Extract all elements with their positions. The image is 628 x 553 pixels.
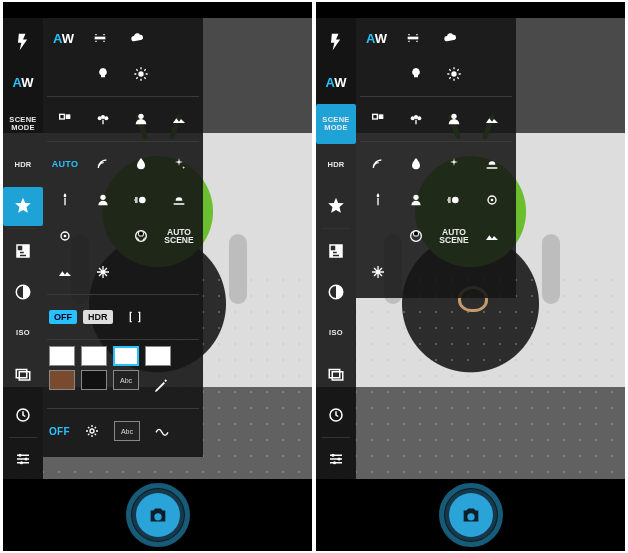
snowflake-icon	[95, 264, 111, 280]
scene-auto-scene[interactable]: AUTOSCENE	[438, 220, 470, 252]
svg-rect-10	[66, 114, 71, 119]
scene-arcs[interactable]	[362, 148, 394, 180]
scene-auto-scene[interactable]: AUTOSCENE	[163, 220, 195, 252]
swatch-4[interactable]	[145, 346, 171, 366]
scene-sunset[interactable]	[49, 256, 81, 288]
sun-icon	[446, 66, 462, 82]
wb-auto[interactable]: AW	[362, 22, 391, 54]
scene-snow[interactable]	[87, 256, 119, 288]
scene-motion[interactable]	[438, 184, 470, 216]
scene-grid: AUTOSCENE	[356, 144, 516, 292]
flash-toggle[interactable]	[316, 22, 356, 61]
hdr-button[interactable]: HDR	[3, 146, 43, 185]
focus-landscape[interactable]	[163, 103, 195, 135]
swatch-7[interactable]: Abc	[113, 370, 139, 390]
focus-burst[interactable]	[362, 103, 394, 135]
scene-candle[interactable]	[49, 184, 81, 216]
exposure-comp-button[interactable]	[316, 231, 356, 270]
swatch-3[interactable]	[113, 346, 139, 366]
focus-burst[interactable]	[49, 103, 81, 135]
scene-face[interactable]	[87, 184, 119, 216]
camera-viewport[interactable]: AW SCENEMODE HDR ISO	[316, 18, 625, 479]
scene-sparkle[interactable]	[438, 148, 470, 180]
scene-night[interactable]	[476, 184, 508, 216]
camera-viewport[interactable]: AW SCENEMODE HDR ISO	[3, 18, 312, 479]
wb-flash[interactable]	[84, 22, 116, 54]
loop-icon	[57, 228, 73, 244]
scene-night[interactable]	[49, 220, 81, 252]
moon-icon	[370, 228, 386, 244]
wb-cloudy[interactable]	[122, 22, 154, 54]
scene-candle[interactable]	[362, 184, 394, 216]
settings-panel: AW AUTO	[43, 18, 203, 457]
wb-incandescent[interactable]	[87, 58, 119, 90]
scene-sunrise[interactable]	[163, 184, 195, 216]
scene-snow[interactable]	[362, 256, 394, 288]
contrast-button[interactable]	[316, 272, 356, 311]
hdr-off[interactable]: OFF	[49, 310, 77, 324]
shutter-button[interactable]	[126, 483, 190, 547]
sunrise-icon	[171, 192, 187, 208]
favorite-button[interactable]	[316, 187, 356, 226]
focus-macro[interactable]	[87, 103, 119, 135]
sliders-button[interactable]	[3, 440, 43, 479]
scene-action[interactable]	[87, 148, 119, 180]
exposure-comp-button[interactable]	[3, 231, 43, 270]
scene-moon[interactable]	[362, 220, 394, 252]
iso-button[interactable]: ISO	[316, 313, 356, 352]
effect-abc[interactable]: Abc	[114, 421, 140, 441]
iso-button[interactable]: ISO	[3, 313, 43, 352]
effect-gear[interactable]	[76, 415, 108, 447]
focus-landscape[interactable]	[476, 103, 508, 135]
hdr-button[interactable]: HDR	[316, 146, 356, 185]
hdr-on[interactable]: HDR	[83, 310, 113, 324]
svg-point-37	[452, 197, 459, 204]
scene-droplet[interactable]	[125, 148, 157, 180]
sliders-button[interactable]	[316, 440, 356, 479]
motion-icon	[133, 192, 149, 208]
swatch-pencil[interactable]	[145, 370, 177, 402]
scene-droplet[interactable]	[400, 148, 432, 180]
wb-daylight[interactable]	[438, 58, 470, 90]
scene-mode-button[interactable]: SCENEMODE	[3, 104, 43, 143]
burst-icon	[370, 111, 386, 127]
scene-sports[interactable]	[125, 220, 157, 252]
svg-point-33	[411, 116, 415, 120]
scene-sports[interactable]	[400, 220, 432, 252]
swatch-5[interactable]	[49, 370, 75, 390]
scene-mode-button[interactable]: SCENEMODE	[316, 104, 356, 143]
scene-motion[interactable]	[125, 184, 157, 216]
scene-auto[interactable]: AUTO	[49, 148, 81, 180]
swatch-2[interactable]	[81, 346, 107, 366]
timer-button[interactable]	[316, 396, 356, 435]
shutter-button[interactable]	[439, 483, 503, 547]
focus-portrait[interactable]	[125, 103, 157, 135]
wb-incandescent[interactable]	[400, 58, 432, 90]
scene-sunset[interactable]	[476, 220, 508, 252]
contrast-button[interactable]	[3, 272, 43, 311]
flash-toggle[interactable]	[3, 22, 43, 61]
favorite-button[interactable]	[3, 187, 43, 226]
effects-off[interactable]: OFF	[49, 426, 70, 437]
timer-button[interactable]	[3, 396, 43, 435]
focus-portrait[interactable]	[438, 103, 470, 135]
wb-cloudy[interactable]	[435, 22, 467, 54]
swatch-6[interactable]	[81, 370, 107, 390]
face-icon	[408, 192, 424, 208]
effect-wave[interactable]	[146, 415, 178, 447]
wb-auto[interactable]: AW	[49, 22, 78, 54]
awb-button[interactable]: AW	[3, 63, 43, 102]
focus-macro[interactable]	[400, 103, 432, 135]
wb-daylight[interactable]	[125, 58, 157, 90]
hdr-bracket[interactable]	[119, 301, 151, 333]
scene-moon[interactable]	[87, 220, 119, 252]
bracketing-button[interactable]	[316, 354, 356, 393]
scene-sparkle[interactable]	[163, 148, 195, 180]
bracketing-button[interactable]	[3, 354, 43, 393]
scene-face[interactable]	[400, 184, 432, 216]
swatch-1[interactable]	[49, 346, 75, 366]
scene-sunrise[interactable]	[476, 148, 508, 180]
sliders-icon	[14, 450, 32, 468]
wb-flash[interactable]	[397, 22, 429, 54]
awb-button[interactable]: AW	[316, 63, 356, 102]
